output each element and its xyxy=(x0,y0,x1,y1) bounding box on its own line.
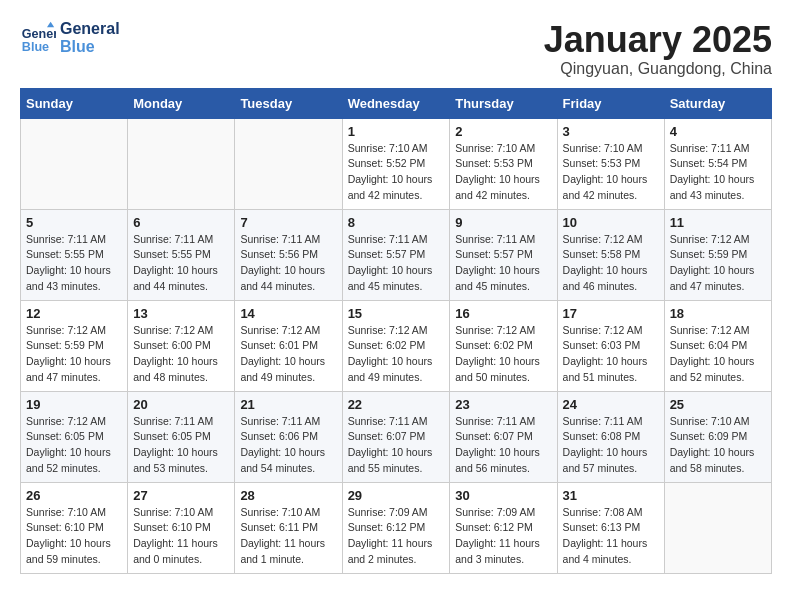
day-info: Sunrise: 7:11 AMSunset: 5:55 PMDaylight:… xyxy=(26,232,122,295)
day-info: Sunrise: 7:12 AMSunset: 6:03 PMDaylight:… xyxy=(563,323,659,386)
location: Qingyuan, Guangdong, China xyxy=(544,60,772,78)
day-number: 16 xyxy=(455,306,551,321)
day-number: 27 xyxy=(133,488,229,503)
day-info: Sunrise: 7:12 AMSunset: 6:05 PMDaylight:… xyxy=(26,414,122,477)
day-info: Sunrise: 7:12 AMSunset: 5:59 PMDaylight:… xyxy=(670,232,766,295)
day-info: Sunrise: 7:12 AMSunset: 6:04 PMDaylight:… xyxy=(670,323,766,386)
calendar-cell: 14Sunrise: 7:12 AMSunset: 6:01 PMDayligh… xyxy=(235,300,342,391)
svg-marker-2 xyxy=(47,22,54,27)
day-number: 6 xyxy=(133,215,229,230)
day-number: 22 xyxy=(348,397,445,412)
logo-blue: Blue xyxy=(60,38,120,56)
day-info: Sunrise: 7:12 AMSunset: 6:02 PMDaylight:… xyxy=(455,323,551,386)
day-number: 21 xyxy=(240,397,336,412)
calendar-cell: 18Sunrise: 7:12 AMSunset: 6:04 PMDayligh… xyxy=(664,300,771,391)
day-number: 5 xyxy=(26,215,122,230)
calendar-cell: 21Sunrise: 7:11 AMSunset: 6:06 PMDayligh… xyxy=(235,391,342,482)
calendar-cell: 31Sunrise: 7:08 AMSunset: 6:13 PMDayligh… xyxy=(557,482,664,573)
day-info: Sunrise: 7:08 AMSunset: 6:13 PMDaylight:… xyxy=(563,505,659,568)
calendar-cell: 10Sunrise: 7:12 AMSunset: 5:58 PMDayligh… xyxy=(557,209,664,300)
weekday-header-thursday: Thursday xyxy=(450,88,557,118)
calendar-cell: 8Sunrise: 7:11 AMSunset: 5:57 PMDaylight… xyxy=(342,209,450,300)
logo: General Blue General Blue xyxy=(20,20,120,56)
day-info: Sunrise: 7:12 AMSunset: 5:58 PMDaylight:… xyxy=(563,232,659,295)
day-info: Sunrise: 7:11 AMSunset: 5:57 PMDaylight:… xyxy=(455,232,551,295)
calendar-cell: 3Sunrise: 7:10 AMSunset: 5:53 PMDaylight… xyxy=(557,118,664,209)
weekday-header-monday: Monday xyxy=(128,88,235,118)
day-info: Sunrise: 7:12 AMSunset: 5:59 PMDaylight:… xyxy=(26,323,122,386)
day-number: 30 xyxy=(455,488,551,503)
calendar-cell: 29Sunrise: 7:09 AMSunset: 6:12 PMDayligh… xyxy=(342,482,450,573)
calendar-cell xyxy=(128,118,235,209)
day-info: Sunrise: 7:11 AMSunset: 5:56 PMDaylight:… xyxy=(240,232,336,295)
day-info: Sunrise: 7:11 AMSunset: 6:08 PMDaylight:… xyxy=(563,414,659,477)
page-header: General Blue General Blue January 2025 Q… xyxy=(20,20,772,78)
day-info: Sunrise: 7:10 AMSunset: 6:10 PMDaylight:… xyxy=(133,505,229,568)
day-info: Sunrise: 7:11 AMSunset: 5:57 PMDaylight:… xyxy=(348,232,445,295)
day-number: 7 xyxy=(240,215,336,230)
day-info: Sunrise: 7:09 AMSunset: 6:12 PMDaylight:… xyxy=(455,505,551,568)
calendar-cell: 27Sunrise: 7:10 AMSunset: 6:10 PMDayligh… xyxy=(128,482,235,573)
day-info: Sunrise: 7:10 AMSunset: 6:09 PMDaylight:… xyxy=(670,414,766,477)
day-info: Sunrise: 7:10 AMSunset: 6:10 PMDaylight:… xyxy=(26,505,122,568)
calendar-cell: 5Sunrise: 7:11 AMSunset: 5:55 PMDaylight… xyxy=(21,209,128,300)
calendar-cell: 23Sunrise: 7:11 AMSunset: 6:07 PMDayligh… xyxy=(450,391,557,482)
day-number: 31 xyxy=(563,488,659,503)
day-number: 20 xyxy=(133,397,229,412)
day-number: 11 xyxy=(670,215,766,230)
calendar-cell xyxy=(664,482,771,573)
day-number: 1 xyxy=(348,124,445,139)
day-number: 8 xyxy=(348,215,445,230)
logo-general: General xyxy=(60,20,120,38)
day-number: 14 xyxy=(240,306,336,321)
weekday-header-saturday: Saturday xyxy=(664,88,771,118)
weekday-header-sunday: Sunday xyxy=(21,88,128,118)
calendar-cell: 7Sunrise: 7:11 AMSunset: 5:56 PMDaylight… xyxy=(235,209,342,300)
day-number: 25 xyxy=(670,397,766,412)
day-number: 10 xyxy=(563,215,659,230)
calendar-cell: 20Sunrise: 7:11 AMSunset: 6:05 PMDayligh… xyxy=(128,391,235,482)
day-info: Sunrise: 7:09 AMSunset: 6:12 PMDaylight:… xyxy=(348,505,445,568)
week-row-3: 12Sunrise: 7:12 AMSunset: 5:59 PMDayligh… xyxy=(21,300,772,391)
calendar-cell: 16Sunrise: 7:12 AMSunset: 6:02 PMDayligh… xyxy=(450,300,557,391)
weekday-header-tuesday: Tuesday xyxy=(235,88,342,118)
day-info: Sunrise: 7:10 AMSunset: 5:52 PMDaylight:… xyxy=(348,141,445,204)
day-info: Sunrise: 7:12 AMSunset: 6:00 PMDaylight:… xyxy=(133,323,229,386)
weekday-header-wednesday: Wednesday xyxy=(342,88,450,118)
day-number: 28 xyxy=(240,488,336,503)
calendar-cell: 1Sunrise: 7:10 AMSunset: 5:52 PMDaylight… xyxy=(342,118,450,209)
calendar-cell: 4Sunrise: 7:11 AMSunset: 5:54 PMDaylight… xyxy=(664,118,771,209)
calendar-cell xyxy=(235,118,342,209)
calendar-cell: 26Sunrise: 7:10 AMSunset: 6:10 PMDayligh… xyxy=(21,482,128,573)
title-block: January 2025 Qingyuan, Guangdong, China xyxy=(544,20,772,78)
calendar-cell: 9Sunrise: 7:11 AMSunset: 5:57 PMDaylight… xyxy=(450,209,557,300)
day-number: 26 xyxy=(26,488,122,503)
day-number: 3 xyxy=(563,124,659,139)
weekday-header-friday: Friday xyxy=(557,88,664,118)
calendar-cell: 2Sunrise: 7:10 AMSunset: 5:53 PMDaylight… xyxy=(450,118,557,209)
week-row-1: 1Sunrise: 7:10 AMSunset: 5:52 PMDaylight… xyxy=(21,118,772,209)
day-number: 12 xyxy=(26,306,122,321)
day-number: 15 xyxy=(348,306,445,321)
calendar-cell: 11Sunrise: 7:12 AMSunset: 5:59 PMDayligh… xyxy=(664,209,771,300)
calendar-cell: 22Sunrise: 7:11 AMSunset: 6:07 PMDayligh… xyxy=(342,391,450,482)
day-number: 29 xyxy=(348,488,445,503)
day-number: 23 xyxy=(455,397,551,412)
day-number: 19 xyxy=(26,397,122,412)
day-number: 17 xyxy=(563,306,659,321)
calendar-cell: 6Sunrise: 7:11 AMSunset: 5:55 PMDaylight… xyxy=(128,209,235,300)
calendar-cell: 15Sunrise: 7:12 AMSunset: 6:02 PMDayligh… xyxy=(342,300,450,391)
calendar-cell: 25Sunrise: 7:10 AMSunset: 6:09 PMDayligh… xyxy=(664,391,771,482)
day-info: Sunrise: 7:11 AMSunset: 5:55 PMDaylight:… xyxy=(133,232,229,295)
day-info: Sunrise: 7:12 AMSunset: 6:02 PMDaylight:… xyxy=(348,323,445,386)
day-number: 18 xyxy=(670,306,766,321)
day-info: Sunrise: 7:11 AMSunset: 6:07 PMDaylight:… xyxy=(348,414,445,477)
day-info: Sunrise: 7:12 AMSunset: 6:01 PMDaylight:… xyxy=(240,323,336,386)
day-info: Sunrise: 7:11 AMSunset: 6:06 PMDaylight:… xyxy=(240,414,336,477)
logo-icon: General Blue xyxy=(20,20,56,56)
calendar-cell: 19Sunrise: 7:12 AMSunset: 6:05 PMDayligh… xyxy=(21,391,128,482)
day-info: Sunrise: 7:10 AMSunset: 5:53 PMDaylight:… xyxy=(563,141,659,204)
calendar-cell: 24Sunrise: 7:11 AMSunset: 6:08 PMDayligh… xyxy=(557,391,664,482)
week-row-4: 19Sunrise: 7:12 AMSunset: 6:05 PMDayligh… xyxy=(21,391,772,482)
day-info: Sunrise: 7:10 AMSunset: 6:11 PMDaylight:… xyxy=(240,505,336,568)
